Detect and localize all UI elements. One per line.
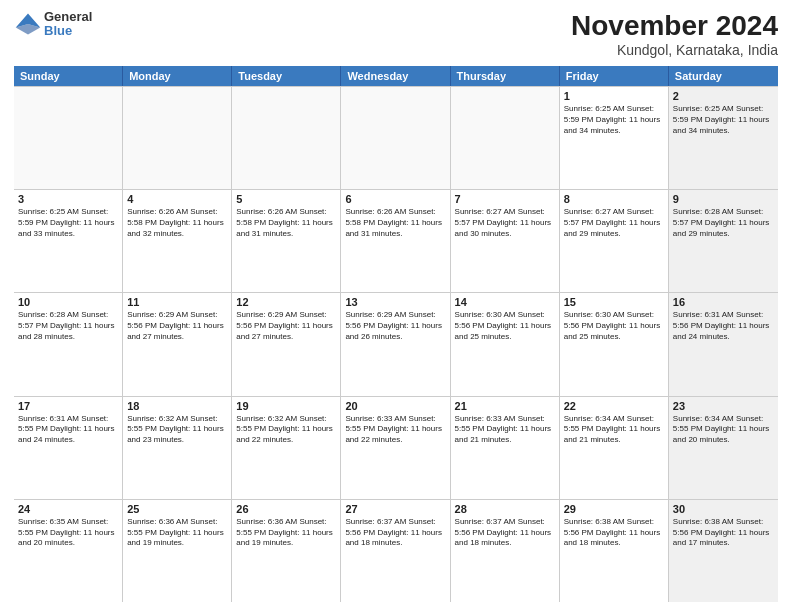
calendar: SundayMondayTuesdayWednesdayThursdayFrid…: [14, 66, 778, 602]
day-number: 11: [127, 296, 227, 308]
day-info: Sunrise: 6:32 AM Sunset: 5:55 PM Dayligh…: [127, 414, 227, 446]
cal-cell-28: 28Sunrise: 6:37 AM Sunset: 5:56 PM Dayli…: [451, 500, 560, 602]
logo-text: General Blue: [44, 10, 92, 39]
day-info: Sunrise: 6:37 AM Sunset: 5:56 PM Dayligh…: [345, 517, 445, 549]
day-info: Sunrise: 6:31 AM Sunset: 5:56 PM Dayligh…: [673, 310, 774, 342]
page: General Blue November 2024 Kundgol, Karn…: [0, 0, 792, 612]
cal-cell-10: 10Sunrise: 6:28 AM Sunset: 5:57 PM Dayli…: [14, 293, 123, 395]
cal-cell-7: 7Sunrise: 6:27 AM Sunset: 5:57 PM Daylig…: [451, 190, 560, 292]
cal-cell-empty: [451, 87, 560, 189]
day-number: 12: [236, 296, 336, 308]
day-number: 20: [345, 400, 445, 412]
calendar-header-row: SundayMondayTuesdayWednesdayThursdayFrid…: [14, 66, 778, 86]
day-number: 25: [127, 503, 227, 515]
day-number: 14: [455, 296, 555, 308]
day-number: 22: [564, 400, 664, 412]
cal-cell-14: 14Sunrise: 6:30 AM Sunset: 5:56 PM Dayli…: [451, 293, 560, 395]
day-info: Sunrise: 6:38 AM Sunset: 5:56 PM Dayligh…: [673, 517, 774, 549]
day-number: 9: [673, 193, 774, 205]
day-info: Sunrise: 6:30 AM Sunset: 5:56 PM Dayligh…: [564, 310, 664, 342]
cal-header-tuesday: Tuesday: [232, 66, 341, 86]
day-number: 15: [564, 296, 664, 308]
cal-cell-29: 29Sunrise: 6:38 AM Sunset: 5:56 PM Dayli…: [560, 500, 669, 602]
logo-general: General: [44, 10, 92, 24]
day-number: 6: [345, 193, 445, 205]
cal-header-friday: Friday: [560, 66, 669, 86]
day-info: Sunrise: 6:30 AM Sunset: 5:56 PM Dayligh…: [455, 310, 555, 342]
cal-header-saturday: Saturday: [669, 66, 778, 86]
day-info: Sunrise: 6:29 AM Sunset: 5:56 PM Dayligh…: [127, 310, 227, 342]
day-number: 3: [18, 193, 118, 205]
logo-icon: [14, 10, 42, 38]
day-info: Sunrise: 6:37 AM Sunset: 5:56 PM Dayligh…: [455, 517, 555, 549]
day-info: Sunrise: 6:26 AM Sunset: 5:58 PM Dayligh…: [127, 207, 227, 239]
cal-cell-16: 16Sunrise: 6:31 AM Sunset: 5:56 PM Dayli…: [669, 293, 778, 395]
cal-week-5: 24Sunrise: 6:35 AM Sunset: 5:55 PM Dayli…: [14, 499, 778, 602]
calendar-title: November 2024: [571, 10, 778, 42]
cal-cell-11: 11Sunrise: 6:29 AM Sunset: 5:56 PM Dayli…: [123, 293, 232, 395]
day-number: 13: [345, 296, 445, 308]
day-number: 10: [18, 296, 118, 308]
cal-cell-9: 9Sunrise: 6:28 AM Sunset: 5:57 PM Daylig…: [669, 190, 778, 292]
cal-week-3: 10Sunrise: 6:28 AM Sunset: 5:57 PM Dayli…: [14, 292, 778, 395]
logo-blue: Blue: [44, 24, 92, 38]
day-number: 28: [455, 503, 555, 515]
cal-cell-26: 26Sunrise: 6:36 AM Sunset: 5:55 PM Dayli…: [232, 500, 341, 602]
day-number: 30: [673, 503, 774, 515]
cal-header-thursday: Thursday: [451, 66, 560, 86]
day-info: Sunrise: 6:32 AM Sunset: 5:55 PM Dayligh…: [236, 414, 336, 446]
cal-cell-20: 20Sunrise: 6:33 AM Sunset: 5:55 PM Dayli…: [341, 397, 450, 499]
title-block: November 2024 Kundgol, Karnataka, India: [571, 10, 778, 58]
day-number: 2: [673, 90, 774, 102]
cal-cell-18: 18Sunrise: 6:32 AM Sunset: 5:55 PM Dayli…: [123, 397, 232, 499]
cal-cell-17: 17Sunrise: 6:31 AM Sunset: 5:55 PM Dayli…: [14, 397, 123, 499]
cal-cell-19: 19Sunrise: 6:32 AM Sunset: 5:55 PM Dayli…: [232, 397, 341, 499]
cal-cell-1: 1Sunrise: 6:25 AM Sunset: 5:59 PM Daylig…: [560, 87, 669, 189]
day-info: Sunrise: 6:36 AM Sunset: 5:55 PM Dayligh…: [127, 517, 227, 549]
cal-cell-12: 12Sunrise: 6:29 AM Sunset: 5:56 PM Dayli…: [232, 293, 341, 395]
day-info: Sunrise: 6:28 AM Sunset: 5:57 PM Dayligh…: [18, 310, 118, 342]
day-number: 7: [455, 193, 555, 205]
day-number: 27: [345, 503, 445, 515]
day-number: 4: [127, 193, 227, 205]
cal-header-wednesday: Wednesday: [341, 66, 450, 86]
day-info: Sunrise: 6:34 AM Sunset: 5:55 PM Dayligh…: [673, 414, 774, 446]
day-number: 21: [455, 400, 555, 412]
day-info: Sunrise: 6:27 AM Sunset: 5:57 PM Dayligh…: [564, 207, 664, 239]
day-number: 19: [236, 400, 336, 412]
day-info: Sunrise: 6:33 AM Sunset: 5:55 PM Dayligh…: [345, 414, 445, 446]
day-number: 23: [673, 400, 774, 412]
cal-cell-21: 21Sunrise: 6:33 AM Sunset: 5:55 PM Dayli…: [451, 397, 560, 499]
day-number: 16: [673, 296, 774, 308]
day-number: 5: [236, 193, 336, 205]
day-info: Sunrise: 6:29 AM Sunset: 5:56 PM Dayligh…: [345, 310, 445, 342]
day-info: Sunrise: 6:26 AM Sunset: 5:58 PM Dayligh…: [236, 207, 336, 239]
cal-cell-13: 13Sunrise: 6:29 AM Sunset: 5:56 PM Dayli…: [341, 293, 450, 395]
calendar-body: 1Sunrise: 6:25 AM Sunset: 5:59 PM Daylig…: [14, 86, 778, 602]
cal-header-monday: Monday: [123, 66, 232, 86]
cal-cell-4: 4Sunrise: 6:26 AM Sunset: 5:58 PM Daylig…: [123, 190, 232, 292]
day-info: Sunrise: 6:34 AM Sunset: 5:55 PM Dayligh…: [564, 414, 664, 446]
day-info: Sunrise: 6:33 AM Sunset: 5:55 PM Dayligh…: [455, 414, 555, 446]
cal-cell-2: 2Sunrise: 6:25 AM Sunset: 5:59 PM Daylig…: [669, 87, 778, 189]
cal-cell-27: 27Sunrise: 6:37 AM Sunset: 5:56 PM Dayli…: [341, 500, 450, 602]
day-info: Sunrise: 6:31 AM Sunset: 5:55 PM Dayligh…: [18, 414, 118, 446]
cal-header-sunday: Sunday: [14, 66, 123, 86]
day-number: 18: [127, 400, 227, 412]
day-info: Sunrise: 6:36 AM Sunset: 5:55 PM Dayligh…: [236, 517, 336, 549]
cal-cell-8: 8Sunrise: 6:27 AM Sunset: 5:57 PM Daylig…: [560, 190, 669, 292]
day-number: 26: [236, 503, 336, 515]
cal-week-4: 17Sunrise: 6:31 AM Sunset: 5:55 PM Dayli…: [14, 396, 778, 499]
cal-cell-6: 6Sunrise: 6:26 AM Sunset: 5:58 PM Daylig…: [341, 190, 450, 292]
cal-cell-3: 3Sunrise: 6:25 AM Sunset: 5:59 PM Daylig…: [14, 190, 123, 292]
day-number: 24: [18, 503, 118, 515]
day-info: Sunrise: 6:27 AM Sunset: 5:57 PM Dayligh…: [455, 207, 555, 239]
cal-cell-empty: [232, 87, 341, 189]
day-info: Sunrise: 6:25 AM Sunset: 5:59 PM Dayligh…: [673, 104, 774, 136]
cal-cell-empty: [341, 87, 450, 189]
calendar-subtitle: Kundgol, Karnataka, India: [571, 42, 778, 58]
cal-cell-empty: [123, 87, 232, 189]
logo: General Blue: [14, 10, 92, 39]
day-info: Sunrise: 6:29 AM Sunset: 5:56 PM Dayligh…: [236, 310, 336, 342]
cal-cell-empty: [14, 87, 123, 189]
